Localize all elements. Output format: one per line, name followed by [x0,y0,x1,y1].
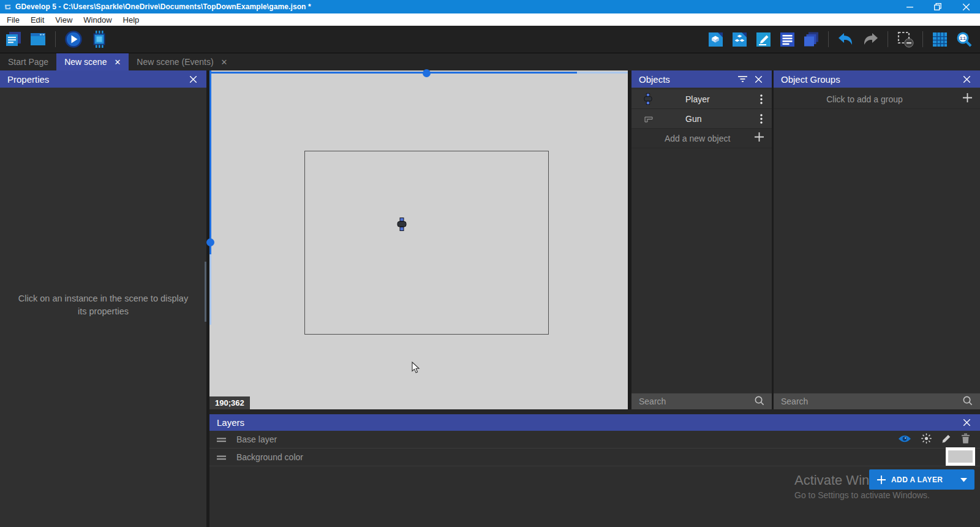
close-window-button[interactable] [952,0,980,13]
object-name: Gun [685,114,701,124]
play-preview-icon[interactable] [64,30,83,48]
mouse-cursor [412,362,421,377]
pencil-icon [941,433,952,444]
properties-panel: Properties Click on an instance in the s… [0,70,206,527]
scene-window-icon[interactable] [29,31,47,48]
close-icon [963,76,970,83]
tab-start-page[interactable]: Start Page [0,53,56,70]
menu-window[interactable]: Window [78,15,117,25]
search-icon [962,395,973,408]
main-area: Properties Click on an instance in the s… [0,70,980,527]
player-instance[interactable] [397,218,407,233]
layer-actions [898,433,970,446]
close-objects-button[interactable] [752,73,764,85]
player-object-thumbnail [644,93,655,106]
cursor-coordinates-badge: 190;362 [209,396,250,409]
eye-icon [898,434,911,443]
close-object-groups-button[interactable] [960,73,973,85]
add-layer-dropdown[interactable] [960,476,967,484]
undo-icon[interactable] [837,31,854,47]
open-layers-panel-icon[interactable] [803,31,820,48]
debug-icon[interactable] [90,30,108,48]
layer-effects-button[interactable] [921,433,932,446]
add-layer-button[interactable]: ADD A LAYER [869,469,974,490]
panel-title: Object Groups [781,74,840,85]
toolbar-left-group [0,30,108,48]
close-icon [190,76,197,83]
title-bar: GDevelop 5 - C:\Users\Sparkle\OneDrive\D… [0,0,980,13]
layer-name: Background color [236,452,303,462]
open-instances-list-icon[interactable] [779,31,796,48]
groups-search-input[interactable] [781,396,962,406]
tab-close-icon[interactable]: ✕ [221,58,228,66]
background-color-picker[interactable] [946,447,975,466]
svg-text:1:1: 1:1 [960,36,966,40]
horizontal-scroll-handle[interactable] [423,69,431,77]
tab-close-icon[interactable]: ✕ [114,58,121,66]
window-title: GDevelop 5 - C:\Users\Sparkle\OneDrive\D… [15,2,311,11]
object-row-gun[interactable]: Gun [631,109,772,129]
open-object-groups-panel-icon[interactable] [731,31,748,48]
menu-view[interactable]: View [50,15,78,25]
menu-help[interactable]: Help [118,15,145,25]
vertical-scroll-handle[interactable] [206,238,214,246]
add-group-row[interactable]: Click to add a group [774,89,980,109]
layer-row-background[interactable]: Background color [209,449,980,466]
project-manager-icon[interactable] [5,31,22,48]
close-properties-button[interactable] [187,73,199,85]
game-window-bounds [304,151,549,335]
menu-file[interactable]: File [1,15,25,25]
zoom-1-1-icon[interactable]: 1:1 [956,31,973,48]
layer-edit-button[interactable] [941,433,952,445]
search-icon [754,395,764,408]
redo-icon[interactable] [862,31,879,47]
drag-handle-icon[interactable] [217,434,227,444]
restore-icon [934,3,941,10]
close-icon [963,419,970,426]
editor-tabs: Start Page New scene ✕ New scene (Events… [0,53,980,70]
objects-search-input[interactable] [639,396,754,406]
clear-selection-icon[interactable] [897,31,914,48]
object-menu-button[interactable] [756,94,767,104]
toolbar-divider [922,31,923,47]
panel-title: Properties [7,74,49,85]
close-icon [963,4,970,10]
close-layers-button[interactable] [960,417,973,429]
minimize-button[interactable] [895,0,924,13]
gun-object-thumbnail [644,112,655,126]
layer-visibility-button[interactable] [898,434,911,445]
close-icon [755,76,762,83]
properties-panel-header: Properties [0,70,206,88]
objects-search-bar [631,393,772,409]
objects-panel: Objects Player [631,70,772,409]
tab-new-scene[interactable]: New scene ✕ [56,53,129,70]
objects-panel-header: Objects [631,70,772,88]
drag-handle-icon[interactable] [217,452,227,462]
open-objects-panel-icon[interactable] [707,31,724,48]
properties-scrollbar[interactable] [205,262,206,322]
menu-edit[interactable]: Edit [25,15,50,25]
object-menu-button[interactable] [756,114,767,124]
layer-delete-button[interactable] [961,433,970,445]
object-row-player[interactable]: Player [631,89,772,109]
grid-icon[interactable] [932,31,948,48]
plus-icon[interactable] [754,132,764,145]
restore-button[interactable] [924,0,952,13]
toolbar-right-group: 1:1 [707,31,980,48]
caret-down-icon [960,478,967,482]
tab-label: New scene [64,57,107,67]
plus-icon[interactable] [962,93,973,105]
panel-title: Objects [639,74,670,85]
layer-row-base[interactable]: Base layer [209,431,980,449]
toolbar-divider [55,31,56,47]
open-properties-panel-icon[interactable] [755,31,772,48]
add-group-label: Click to add a group [774,94,980,104]
tab-label: New scene (Events) [137,57,213,67]
tab-new-scene-events[interactable]: New scene (Events) ✕ [129,53,235,70]
layers-panel-header: Layers [209,414,980,431]
add-object-row[interactable]: Add a new object [631,129,772,148]
panel-title: Layers [217,417,244,428]
scene-canvas[interactable]: 190;362 [209,70,628,409]
filter-objects-button[interactable] [736,73,748,85]
toolbar: 1:1 [0,26,980,53]
